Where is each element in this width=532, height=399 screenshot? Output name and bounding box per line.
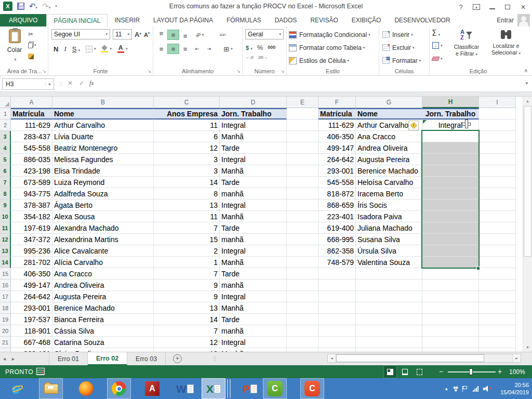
- sheet-tab-erro-03[interactable]: Erro 03: [127, 352, 166, 365]
- cell-A3[interactable]: 283-437: [11, 131, 52, 142]
- dialog-launcher-icon[interactable]: ↘: [236, 69, 241, 74]
- cell-F3[interactable]: 406-350: [318, 131, 356, 142]
- sheet-tab-erro-01[interactable]: Erro 01: [49, 352, 88, 365]
- bold-button[interactable]: N: [54, 45, 58, 53]
- cell-H19[interactable]: [422, 314, 479, 325]
- cell-F4[interactable]: 499-147: [318, 142, 356, 154]
- cell-H17[interactable]: [422, 291, 479, 302]
- cell-E12[interactable]: [287, 234, 318, 245]
- help-button[interactable]: ?: [453, 1, 469, 14]
- cell-B14[interactable]: Alícia Carvalho: [52, 257, 154, 268]
- cell-I7[interactable]: [479, 177, 516, 188]
- percent-style-button[interactable]: %: [257, 44, 263, 51]
- format-cells-button[interactable]: ▦Formatar▾: [382, 55, 421, 66]
- col-header-A[interactable]: A: [11, 97, 52, 108]
- cell-F8[interactable]: 818-872: [318, 188, 356, 200]
- tab-exibicao[interactable]: EXIBIÇÃO: [345, 14, 388, 26]
- sign-in-button[interactable]: Entrar: [497, 14, 532, 26]
- align-bottom-button[interactable]: ≡: [179, 30, 191, 40]
- cell-H12[interactable]: [422, 234, 479, 245]
- row-header-5[interactable]: 5: [0, 154, 11, 165]
- taskbar-powerpoint-icon[interactable]: P: [238, 378, 262, 399]
- close-button[interactable]: ×: [515, 1, 531, 14]
- volume-muted-icon[interactable]: ×: [483, 385, 491, 392]
- cell-D5[interactable]: Integral: [220, 154, 287, 165]
- cell-C18[interactable]: 13: [154, 302, 220, 314]
- cell-D21[interactable]: Integral: [220, 337, 287, 348]
- cell-H9[interactable]: [422, 200, 479, 211]
- cell-C8[interactable]: 8: [154, 188, 220, 200]
- cell-E15[interactable]: [287, 268, 318, 280]
- zoom-in-button[interactable]: +: [498, 367, 502, 376]
- cell-D22[interactable]: Manhã: [220, 348, 287, 352]
- delete-cells-button[interactable]: ×Excluir▾: [382, 42, 415, 53]
- cell-E19[interactable]: [287, 314, 318, 325]
- cell-D20[interactable]: manhã: [220, 325, 287, 337]
- cell-D13[interactable]: Integral: [220, 245, 287, 257]
- formula-input[interactable]: [100, 78, 518, 90]
- cell-I19[interactable]: [479, 314, 516, 325]
- cell-I21[interactable]: [479, 337, 516, 348]
- scroll-right-arrow[interactable]: ▸: [512, 354, 521, 362]
- col-header-D[interactable]: D: [220, 97, 287, 108]
- cell-E6[interactable]: [287, 165, 318, 177]
- cell-F5[interactable]: 264-642: [318, 154, 356, 165]
- cell-B12[interactable]: Alexandrina Martins: [52, 234, 154, 245]
- row-header-7[interactable]: 7: [0, 177, 11, 188]
- cell-A15[interactable]: 406-350: [11, 268, 52, 280]
- cell-F22[interactable]: [318, 348, 356, 352]
- col-header-F[interactable]: F: [318, 97, 356, 108]
- cell-H13[interactable]: [422, 245, 479, 257]
- cell-F14[interactable]: 748-579: [318, 257, 356, 268]
- cell-H7[interactable]: [422, 177, 479, 188]
- row-header-8[interactable]: 8: [0, 188, 11, 200]
- minimize-button[interactable]: [484, 1, 500, 14]
- cell-E9[interactable]: [287, 200, 318, 211]
- align-center-button[interactable]: ≡: [167, 44, 179, 54]
- cell-H10[interactable]: [422, 211, 479, 222]
- row-header-12[interactable]: 12: [0, 234, 11, 245]
- cell-A17[interactable]: 264-642: [11, 291, 52, 302]
- cell-G10[interactable]: Isadora Paiva: [356, 211, 422, 222]
- sheet-nav-left-icon[interactable]: ◂: [0, 352, 9, 365]
- tab-inserir[interactable]: INSERIR: [108, 14, 147, 26]
- row-header-19[interactable]: 19: [0, 314, 11, 325]
- cell-G5[interactable]: Augusta Pereira: [356, 154, 422, 165]
- cell-I6[interactable]: [479, 165, 516, 177]
- select-all-corner[interactable]: [0, 97, 11, 108]
- row-header-16[interactable]: 16: [0, 280, 11, 291]
- sheet-tab-erro-02[interactable]: Erro 02: [88, 352, 127, 365]
- cell-H8[interactable]: [422, 188, 479, 200]
- fill-button[interactable]: ↓▾: [432, 42, 443, 49]
- cell-A14[interactable]: 281-702: [11, 257, 52, 268]
- row-header-15[interactable]: 15: [0, 268, 11, 280]
- cell-E1[interactable]: [287, 108, 318, 119]
- cell-C21[interactable]: 12: [154, 337, 220, 348]
- cell-H15[interactable]: [422, 268, 479, 280]
- cell-D11[interactable]: Tarde: [220, 222, 287, 234]
- cell-B9[interactable]: Ágata Berto: [52, 200, 154, 211]
- cell-D4[interactable]: Tarde: [220, 142, 287, 154]
- cell-B22[interactable]: Claire Paulino: [52, 348, 154, 352]
- cell-A8[interactable]: 943-775: [11, 188, 52, 200]
- col-header-H[interactable]: H: [422, 97, 479, 108]
- cell-I1[interactable]: [479, 108, 516, 119]
- italic-button[interactable]: I: [64, 45, 66, 53]
- cut-button[interactable]: ✂: [28, 30, 36, 39]
- cell-C12[interactable]: 15: [154, 234, 220, 245]
- cell-E4[interactable]: [287, 142, 318, 154]
- row-header-10[interactable]: 10: [0, 211, 11, 222]
- new-sheet-button[interactable]: +: [173, 354, 182, 363]
- row-header-18[interactable]: 18: [0, 302, 11, 314]
- zoom-percentage[interactable]: 100%: [509, 368, 525, 376]
- cell-B18[interactable]: Berenice Machado: [52, 302, 154, 314]
- font-name-combo[interactable]: Segoe UI▾: [51, 29, 110, 39]
- cell-I12[interactable]: [479, 234, 516, 245]
- cell-C20[interactable]: 7: [154, 325, 220, 337]
- cell-C22[interactable]: 10: [154, 348, 220, 352]
- tab-layout-da-pagina[interactable]: LAYOUT DA PÁGINA: [147, 14, 220, 26]
- cell-C2[interactable]: 11: [154, 119, 220, 131]
- dialog-launcher-icon[interactable]: ↘: [281, 69, 285, 74]
- cell-D12[interactable]: manhã: [220, 234, 287, 245]
- taskbar-camtasia-recorder-icon[interactable]: C: [263, 378, 287, 399]
